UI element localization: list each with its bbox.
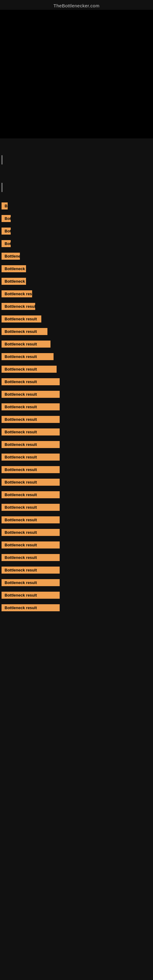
bottleneck-badge-1: Bottleneck result (2, 202, 8, 210)
row-full-11: Bottleneck result (0, 501, 153, 514)
gap2 (0, 166, 153, 181)
bottleneck-badge-12: Bottleneck result (2, 340, 51, 348)
row-full-4: Bottleneck result (0, 413, 153, 426)
row-partial-6: Bottleneck result (0, 262, 153, 275)
row-partial-8: Bottleneck result (0, 288, 153, 300)
row-partial-12: Bottleneck result (0, 338, 153, 350)
bottleneck-badge-7: Bottleneck result (2, 278, 26, 285)
bottleneck-badge-10: Bottleneck result (2, 315, 41, 323)
bottleneck-badge-4: Bottleneck result (2, 240, 11, 247)
row-full-15: Bottleneck result (0, 551, 153, 564)
row-full-17: Bottleneck result (0, 576, 153, 589)
site-header: TheBottlenecker.com (0, 0, 153, 10)
bottleneck-badge-full-3: Bottleneck result (2, 403, 60, 410)
bottleneck-badge-full-7: Bottleneck result (2, 453, 60, 461)
input-row-2 (0, 181, 153, 194)
row-partial-1: Bottleneck result (0, 200, 153, 212)
row-full-16: Bottleneck result (0, 564, 153, 576)
bottleneck-badge-full-16: Bottleneck result (2, 566, 60, 574)
row-partial-2: Bottleneck result (0, 212, 153, 225)
row-full-14: Bottleneck result (0, 539, 153, 551)
bottleneck-badge-5: Bottleneck result (2, 253, 20, 260)
bottleneck-badge-full-6: Bottleneck result (2, 441, 60, 448)
site-title: TheBottlenecker.com (54, 3, 99, 8)
bottleneck-badge-full-15: Bottleneck result (2, 554, 60, 561)
bottleneck-badge-13: Bottleneck result (2, 353, 54, 360)
bottleneck-badge-full-19: Bottleneck result (2, 604, 60, 611)
bottleneck-badge-full-18: Bottleneck result (2, 592, 60, 599)
input-row-1 (0, 154, 153, 166)
bottleneck-badge-2: Bottleneck result (2, 215, 11, 222)
row-partial-5: Bottleneck result (0, 250, 153, 262)
row-full-9: Bottleneck result (0, 476, 153, 488)
bottleneck-badge-full-13: Bottleneck result (2, 529, 60, 536)
row-full-2: Bottleneck result (0, 388, 153, 401)
row-partial-9: Bottleneck result (0, 300, 153, 313)
row-partial-4: Bottleneck result (0, 237, 153, 250)
cursor-icon-2 (2, 183, 2, 192)
row-partial-13: Bottleneck result (0, 350, 153, 363)
bottleneck-badge-full-10: Bottleneck result (2, 491, 60, 498)
row-full-3: Bottleneck result (0, 401, 153, 413)
row-partial-14: Bottleneck result (0, 363, 153, 375)
row-full-5: Bottleneck result (0, 426, 153, 438)
row-full-10: Bottleneck result (0, 488, 153, 501)
bottleneck-badge-full-5: Bottleneck result (2, 428, 60, 436)
row-partial-11: Bottleneck result (0, 325, 153, 338)
bottleneck-badge-full-9: Bottleneck result (2, 479, 60, 486)
row-full-6: Bottleneck result (0, 438, 153, 451)
bottleneck-badge-9: Bottleneck result (2, 303, 35, 310)
gap1 (0, 142, 153, 154)
bottleneck-badge-full-8: Bottleneck result (2, 466, 60, 473)
bottleneck-badge-full-14: Bottleneck result (2, 541, 60, 549)
row-partial-3: Bottleneck result (0, 225, 153, 237)
bottleneck-badge-11: Bottleneck result (2, 328, 48, 335)
row-partial-10: Bottleneck result (0, 313, 153, 325)
row-full-12: Bottleneck result (0, 514, 153, 526)
row-partial-7: Bottleneck result (0, 275, 153, 288)
row-full-19: Bottleneck result (0, 601, 153, 614)
bottleneck-badge-full-11: Bottleneck result (2, 504, 60, 511)
row-full-18: Bottleneck result (0, 589, 153, 601)
bottleneck-badge-full-4: Bottleneck result (2, 416, 60, 423)
cursor-icon (2, 155, 2, 164)
bottleneck-badge-8: Bottleneck result (2, 290, 32, 298)
row-full-8: Bottleneck result (0, 463, 153, 476)
chart-area (0, 10, 153, 138)
gap3 (0, 194, 153, 200)
bottleneck-badge-full-1: Bottleneck result (2, 378, 60, 385)
row-full-7: Bottleneck result (0, 451, 153, 463)
bottleneck-badge-14: Bottleneck result (2, 366, 57, 373)
bottleneck-badge-full-12: Bottleneck result (2, 516, 60, 523)
bottleneck-badge-full-2: Bottleneck result (2, 391, 60, 398)
bottleneck-badge-full-17: Bottleneck result (2, 579, 60, 586)
bottleneck-badge-3: Bottleneck result (2, 228, 11, 235)
bottleneck-badge-6: Bottleneck result (2, 265, 26, 272)
row-full-13: Bottleneck result (0, 526, 153, 539)
row-full-1: Bottleneck result (0, 375, 153, 388)
